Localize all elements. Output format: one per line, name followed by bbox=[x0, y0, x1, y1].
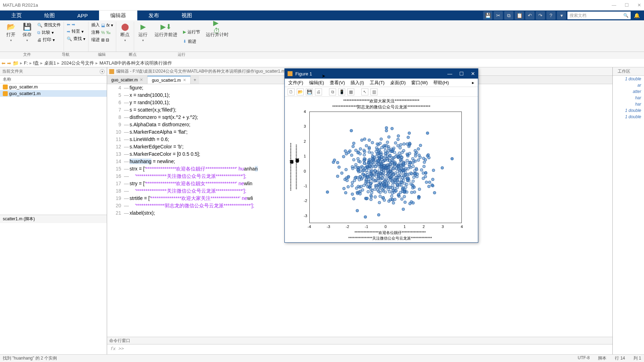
menu-window[interactable]: 窗口(W) bbox=[411, 80, 428, 86]
fig-close-icon[interactable]: ✕ bbox=[471, 71, 475, 76]
ylabel-line1: ****************欢迎各位靓女**************** bbox=[289, 114, 294, 220]
mfile-icon bbox=[3, 91, 8, 96]
app-title: MATLAB R2021a bbox=[3, 2, 38, 8]
maximize-icon[interactable]: ☐ bbox=[625, 2, 629, 8]
editor-tab[interactable]: guo_scatter.m✕ bbox=[107, 76, 147, 84]
tab-home[interactable]: 主页 bbox=[0, 11, 33, 20]
tab-close-icon[interactable]: ✕ bbox=[140, 78, 143, 82]
status-find-msg: 找到 "huanhang" 的 2 个实例 bbox=[3, 355, 57, 361]
figure-toolbar: 🗋 📂 💾 🖨 ⧉ 📱 ▦ ↖ ▥ bbox=[285, 87, 478, 97]
window-titlebar: MATLAB R2021a — ☐ ✕ bbox=[0, 0, 644, 11]
fig-minimize-icon[interactable]: — bbox=[447, 71, 452, 76]
compare-button[interactable]: ⧉比较 ▾ bbox=[36, 29, 62, 36]
addon-icon[interactable]: ▾ bbox=[557, 11, 566, 20]
indent-button[interactable]: 缩进 ⊞ ⊟ bbox=[90, 36, 114, 43]
file-details-header: scatter1.m (脚本) bbox=[0, 215, 107, 223]
run-time-button[interactable]: ▶⏱运行并计时 bbox=[203, 22, 231, 52]
advance-button[interactable]: ⬇前进 bbox=[182, 38, 202, 45]
folder-icon[interactable]: 📁 bbox=[13, 60, 19, 66]
menu-edit[interactable]: 编辑(E) bbox=[309, 80, 324, 86]
figure-window[interactable]: Figure 1 — ☐ ✕ 文件(F) 编辑(E) 查看(V) 插入(I) 工… bbox=[284, 68, 478, 243]
minimize-icon[interactable]: — bbox=[612, 2, 616, 8]
close-icon[interactable]: ✕ bbox=[637, 2, 641, 8]
breakpoint-button[interactable]: ⬤断点▾ bbox=[118, 22, 132, 52]
tab-plot[interactable]: 绘图 bbox=[33, 11, 66, 20]
zoom-icon[interactable]: ⧉ bbox=[329, 88, 336, 95]
menu-view[interactable]: 查看(V) bbox=[330, 80, 345, 86]
save-fig-icon[interactable]: 💾 bbox=[306, 88, 313, 95]
tab-publish[interactable]: 发布 bbox=[137, 11, 170, 20]
undo-icon[interactable]: ↶ bbox=[525, 11, 534, 20]
menu-help[interactable]: 帮助(H) bbox=[433, 80, 449, 86]
cut-icon[interactable]: ✂ bbox=[494, 11, 503, 20]
redo-icon[interactable]: ↷ bbox=[536, 11, 545, 20]
comment-button[interactable]: 注释 % ‰ bbox=[90, 29, 114, 36]
run-advance-button[interactable]: ▶⬇运行并前进 bbox=[152, 22, 180, 52]
open-fig-icon[interactable]: 📂 bbox=[297, 88, 304, 95]
pointer-icon[interactable]: ↖ bbox=[361, 88, 368, 95]
status-encoding: UTF-8 bbox=[578, 355, 590, 361]
figure-canvas: ****************欢迎大家关注*************** **… bbox=[285, 97, 478, 242]
status-col: 列 1 bbox=[633, 355, 641, 361]
status-bar: 找到 "huanhang" 的 2 个实例 UTF-8 脚本 行 14 列 1 bbox=[0, 354, 644, 362]
colorbar-icon[interactable]: ▥ bbox=[370, 88, 377, 95]
file-list-name-col[interactable]: 名称 bbox=[0, 76, 107, 83]
run-section-button[interactable]: ▶运行节 bbox=[182, 29, 202, 35]
search-docs-input[interactable]: 搜索文档 🔍 bbox=[567, 12, 631, 19]
run-button[interactable]: ▶运行▾ bbox=[136, 22, 150, 52]
tab-close-icon[interactable]: ✕ bbox=[183, 78, 186, 82]
current-folder-panel: 当前文件夹 ▾ 名称 guo_scatter.m guo_scatter1.m … bbox=[0, 67, 107, 354]
menu-tools[interactable]: 工具(T) bbox=[370, 80, 385, 86]
menu-insert[interactable]: 插入(I) bbox=[350, 80, 364, 86]
save-button[interactable]: 💾保存▾ bbox=[20, 22, 34, 52]
print-fig-icon[interactable]: 🖨 bbox=[315, 88, 322, 95]
chart-title: ****************欢迎大家关注*************** **… bbox=[285, 97, 478, 110]
find-button[interactable]: 🔍查找 ▾ bbox=[65, 35, 87, 42]
ylabel-line2: ****************关注微信公众号云龙派************** bbox=[295, 114, 300, 220]
save-icon[interactable]: 💾 bbox=[483, 11, 492, 20]
rotate-icon[interactable]: 📱 bbox=[338, 88, 345, 95]
menu-file[interactable]: 文件(F) bbox=[288, 80, 303, 86]
workspace-header: 工作区 bbox=[613, 67, 644, 76]
toolstrip-tabs: 主页 绘图 APP 编辑器 发布 视图 💾 ✂ ⧉ 📋 ↶ ↷ ? ▾ 搜索文档… bbox=[0, 11, 644, 20]
file-item[interactable]: guo_scatter1.m bbox=[0, 90, 107, 97]
ribbon: 📂打开▾ 💾保存▾ 🔍查找文件 ⧉比较 ▾ 🖨打印 ▾ ⬅➡ ➡转至 ▾ 🔍查找… bbox=[0, 20, 644, 52]
databrush-icon[interactable]: ▦ bbox=[347, 88, 354, 95]
goto-button[interactable]: ➡转至 ▾ bbox=[65, 28, 87, 35]
find-files-button[interactable]: 🔍查找文件 bbox=[36, 22, 62, 28]
paste-icon[interactable]: 📋 bbox=[515, 11, 524, 20]
xlabel: ****************欢迎各位靓仔**************** *… bbox=[309, 230, 471, 241]
editor-tab[interactable]: guo_scatter1.m✕ bbox=[147, 76, 191, 84]
open-button[interactable]: 📂打开▾ bbox=[4, 22, 18, 52]
editor-icon bbox=[109, 69, 114, 74]
figure-titlebar[interactable]: Figure 1 — ☐ ✕ bbox=[285, 69, 478, 79]
panel-menu-icon[interactable]: ▾ bbox=[100, 69, 105, 74]
help-icon[interactable]: ? bbox=[546, 11, 556, 20]
command-window[interactable]: fx >> bbox=[107, 344, 644, 354]
copy-icon[interactable]: ⧉ bbox=[504, 11, 513, 20]
tab-app[interactable]: APP bbox=[66, 11, 99, 20]
bell-icon[interactable]: 🔔 bbox=[632, 11, 641, 20]
fig-maximize-icon[interactable]: ☐ bbox=[459, 71, 464, 76]
scatter-plot[interactable] bbox=[309, 112, 462, 223]
current-folder-header: 当前文件夹 ▾ bbox=[0, 67, 107, 76]
new-fig-icon[interactable]: 🗋 bbox=[288, 88, 295, 95]
matlab-icon bbox=[288, 71, 293, 76]
address-bar[interactable]: ⬅ ➡ 📁 ▸F: ▸f盘 ▸桌面1 ▸2024公众号文件 ▸MATLAB中的各… bbox=[0, 59, 644, 67]
command-window-header: 命令行窗口 bbox=[107, 337, 644, 344]
menu-more-icon[interactable]: ▸ bbox=[472, 80, 474, 85]
workspace-panel: 工作区 1 doublearatterharhar1 double1 doubl… bbox=[612, 67, 644, 354]
menu-desktop[interactable]: 桌面(D) bbox=[390, 80, 406, 86]
add-tab-button[interactable]: + bbox=[191, 76, 199, 84]
back-path-icon[interactable]: ⬅ bbox=[1, 60, 6, 66]
fwd-path-icon[interactable]: ➡ bbox=[7, 60, 11, 66]
nav-back-button[interactable]: ⬅➡ bbox=[65, 22, 87, 27]
file-item[interactable]: guo_scatter.m bbox=[0, 83, 107, 90]
search-icon[interactable]: 🔍 bbox=[623, 13, 629, 18]
status-mode: 脚本 bbox=[598, 355, 606, 361]
tab-editor[interactable]: 编辑器 bbox=[99, 11, 137, 20]
status-line: 行 14 bbox=[615, 355, 625, 361]
tab-view[interactable]: 视图 bbox=[170, 11, 203, 20]
print-button[interactable]: 🖨打印 ▾ bbox=[36, 36, 62, 43]
insert-button[interactable]: 插入 ⬓ fx ▾ bbox=[90, 22, 114, 28]
